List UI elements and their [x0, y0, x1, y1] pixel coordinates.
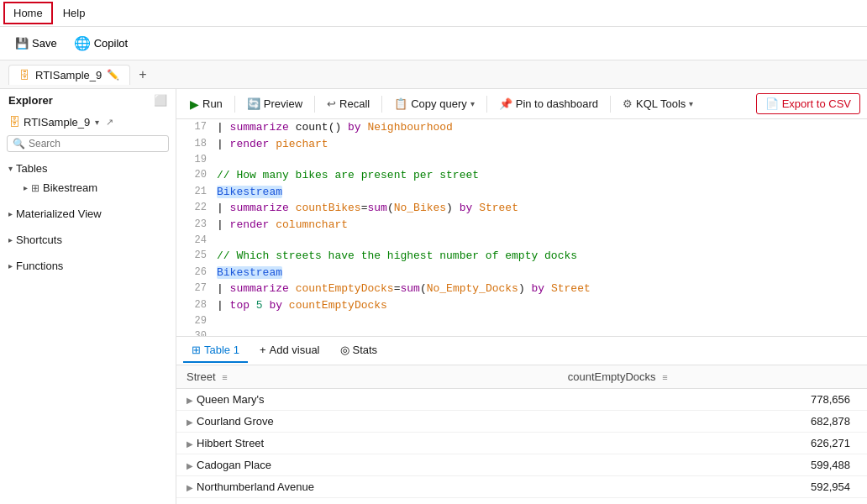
collapse-icon[interactable]: ⬜: [154, 94, 167, 107]
run-button[interactable]: ▶ Run: [183, 94, 229, 114]
table1-tab[interactable]: ⊞ Table 1: [183, 339, 248, 363]
table-row[interactable]: ▶Queen Mary's 778,656: [176, 389, 867, 411]
db-icon: 🗄: [8, 115, 20, 129]
content-area: ▶ Run 🔄 Preview ↩ Recall 📋 Copy query ▾ …: [176, 89, 867, 504]
tables-header[interactable]: ▾ Tables: [0, 159, 176, 178]
sidebar-tree: ▾ Tables ▸ ⊞ Bikestream ▸ Materialized V…: [0, 155, 176, 504]
chevron-right-icon3: ▸: [8, 235, 13, 244]
line-num-28: 28: [183, 297, 207, 312]
tab-bar: 🗄 RTISample_9 ✏️ +: [0, 60, 867, 89]
row-expand-icon-3[interactable]: ▶: [187, 461, 193, 470]
tables-label: Tables: [16, 162, 48, 175]
row-expand-icon-4[interactable]: ▶: [187, 483, 193, 492]
table-row[interactable]: ▶Northumberland Avenue 592,954: [176, 476, 867, 498]
code-line-24: 24: [176, 233, 867, 248]
code-editor[interactable]: 17 | summarize count() by Neighbourhood …: [176, 119, 867, 336]
code-line-19: 19: [176, 152, 867, 167]
code-line-30: 30: [176, 328, 867, 336]
cell-street-3: ▶Cadogan Place: [176, 454, 558, 476]
table-row[interactable]: ▶Cadogan Place 599,488: [176, 454, 867, 476]
add-tab-button[interactable]: +: [132, 64, 153, 86]
copy-icon: 📋: [394, 97, 407, 110]
cell-count-2: 626,271: [558, 433, 867, 454]
cell-street-4: ▶Northumberland Avenue: [176, 476, 558, 498]
explorer-header: Explorer ⬜: [0, 89, 176, 112]
materialized-view-label: Materialized View: [16, 207, 102, 220]
code-content-18: | render piechart: [217, 136, 328, 153]
materialized-view-header[interactable]: ▸ Materialized View: [0, 204, 176, 223]
code-content-26: Bikestream: [217, 265, 282, 281]
bikestream-label: Bikestream: [43, 181, 97, 194]
functions-section: ▸ Functions: [0, 253, 176, 279]
shortcuts-header[interactable]: ▸ Shortcuts: [0, 230, 176, 249]
bikestream-item[interactable]: ▸ ⊞ Bikestream: [0, 178, 176, 197]
line-num-21: 21: [183, 184, 207, 199]
results-area: ⊞ Table 1 + Add visual ◎ Stats: [176, 336, 867, 504]
code-line-21: 21 Bikestream: [176, 184, 867, 201]
recall-button[interactable]: ↩ Recall: [320, 94, 376, 113]
kql-dropdown-icon: ▾: [689, 99, 693, 108]
stats-tab[interactable]: ◎ Stats: [332, 339, 386, 363]
preview-icon: 🔄: [247, 97, 260, 110]
menu-help[interactable]: Help: [53, 2, 96, 24]
main-layout: Explorer ⬜ 🗄 RTISample_9 ▾ ↗ 🔍 ▾ Tables …: [0, 89, 867, 504]
code-content-17: | summarize count() by Neighbourhood: [217, 119, 453, 136]
street-filter-icon[interactable]: ≡: [222, 372, 227, 382]
line-num-18: 18: [183, 136, 207, 151]
cell-count-4: 592,954: [558, 476, 867, 498]
chevron-right-icon4: ▸: [8, 261, 13, 270]
menu-home[interactable]: Home: [3, 2, 53, 24]
cell-count-3: 599,488: [558, 454, 867, 476]
explorer-label: Explorer: [8, 94, 53, 107]
cell-count-0: 778,656: [558, 389, 867, 411]
cell-count-1: 682,878: [558, 411, 867, 433]
kql-tools-button[interactable]: ⚙ KQL Tools ▾: [616, 94, 700, 113]
code-line-20: 20 // How many bikes are present per str…: [176, 167, 867, 184]
chevron-right-icon2: ▸: [8, 209, 13, 218]
code-line-17: 17 | summarize count() by Neighbourhood: [176, 119, 867, 136]
col-header-street: Street ≡: [176, 365, 558, 389]
copy-query-button[interactable]: 📋 Copy query ▾: [387, 94, 481, 113]
shortcuts-section: ▸ Shortcuts: [0, 227, 176, 253]
code-content-27: | summarize countEmptyDocks=sum(No_Empty…: [217, 281, 591, 297]
export-csv-button[interactable]: 📄 Export to CSV: [756, 93, 860, 114]
save-button[interactable]: 💾 Save: [8, 34, 64, 53]
query-toolbar: ▶ Run 🔄 Preview ↩ Recall 📋 Copy query ▾ …: [176, 89, 867, 119]
external-link-icon[interactable]: ↗: [106, 117, 113, 128]
code-line-18: 18 | render piechart: [176, 136, 867, 153]
code-line-29: 29: [176, 313, 867, 328]
functions-header[interactable]: ▸ Functions: [0, 256, 176, 276]
row-expand-icon-2[interactable]: ▶: [187, 439, 193, 449]
row-expand-icon-1[interactable]: ▶: [187, 417, 193, 427]
line-num-17: 17: [183, 119, 207, 134]
row-expand-icon-0[interactable]: ▶: [187, 396, 193, 405]
tab-rtisample[interactable]: 🗄 RTISample_9 ✏️: [8, 65, 130, 85]
table-row[interactable]: ▶Hibbert Street 626,271: [176, 433, 867, 454]
code-content-20: // How many bikes are present per street: [217, 167, 479, 184]
results-tabs: ⊞ Table 1 + Add visual ◎ Stats: [176, 337, 867, 365]
copilot-button[interactable]: 🌐 Copilot: [67, 32, 134, 55]
add-icon: +: [260, 344, 266, 356]
divider4: [486, 96, 487, 113]
search-input[interactable]: [29, 138, 163, 150]
shortcuts-label: Shortcuts: [16, 234, 62, 246]
chevron-right-icon: ▾: [8, 164, 13, 173]
line-num-23: 23: [183, 217, 207, 232]
recall-icon: ↩: [327, 97, 336, 110]
code-line-27: 27 | summarize countEmptyDocks=sum(No_Em…: [176, 281, 867, 297]
code-line-22: 22 | summarize countBikes=sum(No_Bikes) …: [176, 200, 867, 217]
kql-icon: ⚙: [623, 97, 633, 110]
functions-label: Functions: [16, 260, 63, 272]
db-icon-tab: 🗄: [19, 69, 30, 81]
count-filter-icon[interactable]: ≡: [662, 372, 667, 382]
preview-button[interactable]: 🔄 Preview: [240, 94, 309, 113]
table-row[interactable]: ▶Courland Grove 682,878: [176, 411, 867, 433]
pin-button[interactable]: 📌 Pin to dashboard: [492, 94, 605, 113]
table-icon-tab: ⊞: [192, 344, 201, 356]
add-visual-tab[interactable]: + Add visual: [251, 339, 328, 363]
add-visual-label: Add visual: [270, 344, 320, 356]
db-row[interactable]: 🗄 RTISample_9 ▾ ↗: [0, 112, 176, 132]
code-content-21: Bikestream: [217, 184, 282, 201]
results-table: Street ≡ countEmptyDocks ≡ ▶Queen Mary's: [176, 365, 867, 504]
edit-tab-icon[interactable]: ✏️: [107, 69, 119, 81]
